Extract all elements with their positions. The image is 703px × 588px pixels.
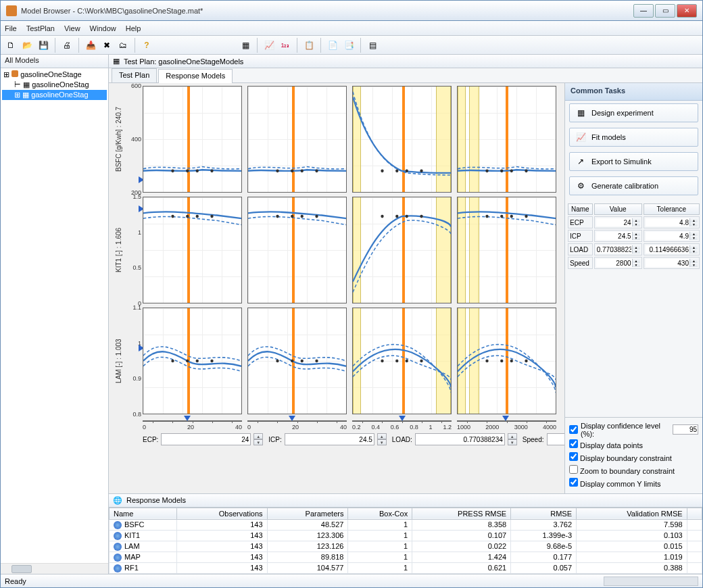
svg-point-9 xyxy=(395,169,398,172)
spinner[interactable]: ▲▼ xyxy=(689,259,698,267)
new-icon[interactable]: 🗋 xyxy=(3,38,18,53)
menu-testplan[interactable]: TestPlan xyxy=(26,24,55,32)
chart-cell[interactable] xyxy=(352,86,452,193)
boundary-checkbox[interactable] xyxy=(569,452,578,461)
task-export-simulink[interactable]: ↗Export to Simulink xyxy=(569,152,698,171)
response-models-table[interactable]: NameObservationsParametersBox-CoxPRESS R… xyxy=(109,508,702,574)
param-tol-speed[interactable] xyxy=(646,259,689,267)
chart-cell[interactable] xyxy=(457,197,556,303)
sheet2-icon[interactable]: 📑 xyxy=(341,38,356,53)
delete-icon[interactable]: ✖ xyxy=(99,38,114,53)
folder-icon[interactable]: 🗂 xyxy=(116,38,130,53)
var-input-speed[interactable] xyxy=(547,433,564,445)
menu-window[interactable]: Window xyxy=(90,24,116,32)
task-generate-calibration[interactable]: ⚙Generate calibration xyxy=(569,176,698,195)
sheet1-icon[interactable]: 📄 xyxy=(325,38,340,53)
chart-cell[interactable] xyxy=(143,86,242,193)
task-fit-models[interactable]: 📈Fit models xyxy=(569,128,698,147)
table-row[interactable]: MAP14389.81811.4240.1771.019 xyxy=(110,552,702,562)
parameter-table[interactable]: NameValueToleranceECP▲▼▲▼ICP▲▼▲▼LOAD▲▼▲▼… xyxy=(566,202,701,270)
var-input-ecp[interactable] xyxy=(161,433,251,445)
spinner[interactable]: ▲▼ xyxy=(377,433,387,445)
chart-grid: BSFC [g/Kwh] : 240.7600400200KIT1 [-] : … xyxy=(109,83,564,493)
tab-testplan[interactable]: Test Plan xyxy=(112,68,157,82)
maximize-button[interactable]: ▭ xyxy=(655,4,675,18)
spinner[interactable]: ▲▼ xyxy=(689,218,698,226)
svg-point-16 xyxy=(171,215,174,218)
param-value-speed[interactable] xyxy=(596,259,632,267)
zoom-checkbox[interactable] xyxy=(569,465,578,474)
open-icon[interactable]: 📂 xyxy=(20,38,34,53)
spinner[interactable]: ▲▼ xyxy=(632,232,640,240)
svg-point-25 xyxy=(395,215,398,218)
table-icon[interactable]: ▤ xyxy=(365,38,380,53)
spinner[interactable]: ▲▼ xyxy=(508,433,517,445)
table-row[interactable]: LAM143123.12610.0229.68e-50.015 xyxy=(110,541,702,552)
datapoints-checkbox[interactable] xyxy=(569,439,578,448)
svg-point-4 xyxy=(276,169,278,172)
svg-point-15 xyxy=(525,169,527,172)
spinner[interactable]: ▲▼ xyxy=(632,245,640,253)
task-design-experiment[interactable]: ▦Design experiment xyxy=(569,103,698,122)
param-tol-icp[interactable] xyxy=(646,232,689,240)
menu-file[interactable]: File xyxy=(5,24,17,32)
chart-cell[interactable] xyxy=(457,308,556,414)
var-input-icp[interactable] xyxy=(285,433,374,445)
param-value-ecp[interactable] xyxy=(596,218,632,226)
param-tol-load[interactable] xyxy=(646,245,689,253)
spinner[interactable]: ▲▼ xyxy=(632,218,640,226)
ylimits-checkbox[interactable] xyxy=(569,478,578,487)
confidence-checkbox[interactable] xyxy=(569,425,578,434)
param-value-icp[interactable] xyxy=(596,232,632,240)
titlebar[interactable]: Model Browser - C:\Work\MBC\gasolineOneS… xyxy=(1,1,702,21)
numeric-icon[interactable]: 1₂₃ xyxy=(278,38,293,53)
chart-cell[interactable] xyxy=(143,197,242,303)
chart-cell[interactable] xyxy=(352,308,452,414)
minimize-button[interactable]: — xyxy=(633,4,654,18)
spinner[interactable]: ▲▼ xyxy=(632,259,640,267)
param-value-load[interactable] xyxy=(596,245,632,253)
menu-help[interactable]: Help xyxy=(126,24,141,32)
chart-cell[interactable] xyxy=(247,308,347,414)
close-button[interactable]: ✕ xyxy=(677,4,697,18)
chart-cell[interactable] xyxy=(247,197,347,303)
svg-point-14 xyxy=(510,169,513,172)
model-tree[interactable]: ⊞ gasolineOneStage ⊢ ▦ gasolineOneStag ⊞… xyxy=(1,68,108,563)
table-row[interactable]: RF1143104.57710.6210.0570.388 xyxy=(110,562,702,573)
chart-cell[interactable] xyxy=(247,86,347,193)
design-icon[interactable]: ▦ xyxy=(238,38,253,53)
svg-point-17 xyxy=(186,215,189,218)
save-icon[interactable]: 💾 xyxy=(36,38,51,53)
svg-point-41 xyxy=(395,360,398,363)
svg-point-20 xyxy=(276,215,278,218)
tree-child-1[interactable]: ⊢ ▦ gasolineOneStag xyxy=(2,80,107,90)
spinner[interactable]: ▲▼ xyxy=(689,245,698,253)
menu-view[interactable]: View xyxy=(64,24,80,32)
confidence-input[interactable] xyxy=(673,424,698,435)
spinner[interactable]: ▲▼ xyxy=(253,433,263,445)
tree-child-2[interactable]: ⊞ ▦ gasolineOneStag xyxy=(2,90,107,100)
svg-point-2 xyxy=(196,169,199,172)
chart-icon[interactable]: 📈 xyxy=(262,38,276,53)
chart-cell[interactable] xyxy=(457,86,556,193)
svg-point-44 xyxy=(485,360,488,363)
svg-point-39 xyxy=(315,360,318,363)
svg-point-8 xyxy=(381,169,383,172)
param-tol-ecp[interactable] xyxy=(646,218,689,226)
chart-cell[interactable] xyxy=(352,197,452,303)
tab-responsemodels[interactable]: Response Models xyxy=(158,69,233,83)
table-row[interactable]: KIT1143123.30610.1071.399e-30.103 xyxy=(110,530,702,541)
spinner[interactable]: ▲▼ xyxy=(689,232,698,240)
var-input-load[interactable] xyxy=(415,433,505,445)
table-row[interactable]: BSFC14348.52718.3583.7627.598 xyxy=(110,519,702,530)
tree-root[interactable]: ⊞ gasolineOneStage xyxy=(2,70,107,80)
import-icon[interactable]: 📥 xyxy=(83,38,98,53)
print-icon[interactable]: 🖨 xyxy=(59,38,74,53)
svg-point-45 xyxy=(500,360,503,363)
chart-cell[interactable] xyxy=(143,308,242,414)
calibration-icon: ⚙ xyxy=(575,180,586,191)
help-icon[interactable]: ? xyxy=(139,38,154,53)
tabstrip: Test Plan Response Models xyxy=(109,68,702,83)
copy-icon[interactable]: 📋 xyxy=(301,38,316,53)
tree-hscroll[interactable] xyxy=(1,563,108,574)
